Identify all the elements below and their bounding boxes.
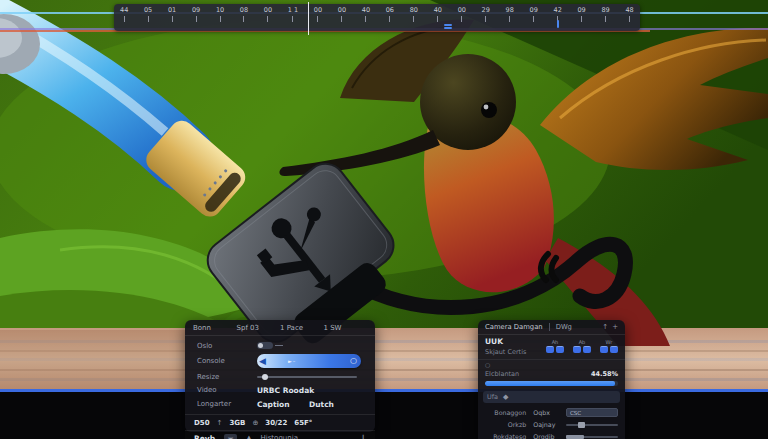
ruler-tick-label: 48 (625, 7, 633, 14)
ruler-tick-mark (196, 16, 197, 22)
slider-ring-icon[interactable]: ○ (350, 357, 357, 365)
row-label: Orkzb (485, 421, 526, 428)
right-panel-header: Camera Damgan DWg ↑ + (478, 320, 625, 335)
ruler-tick-label: 42 (554, 7, 562, 14)
ufa-label: Ufa (487, 393, 498, 401)
ruler-tick: 00 (458, 7, 466, 22)
pair-button-group[interactable]: Ah (546, 340, 564, 353)
video-row: Video URBC Roodak (185, 383, 375, 397)
up-arrow-icon[interactable]: ↑ (602, 323, 608, 331)
ruler-tick: 09 (577, 7, 585, 22)
ruler-tick-label: 09 (530, 7, 538, 14)
ruler-tick-mark (292, 16, 293, 22)
footer-value[interactable]: Histogunia (261, 434, 298, 439)
pair-buttons-icon[interactable] (573, 346, 591, 353)
pair-buttons-icon[interactable] (600, 346, 618, 353)
playhead[interactable] (308, 2, 309, 35)
ruler-tick-mark (124, 16, 125, 22)
language-value-1[interactable]: Caption (257, 400, 309, 409)
timeline-ruler[interactable]: 44 05 01 09 10 (114, 4, 640, 31)
diamond-icon: ◆ (503, 393, 508, 401)
globe-icon[interactable]: ⊕ (252, 419, 258, 427)
resize-slider[interactable] (257, 376, 357, 378)
row-slider[interactable] (566, 436, 618, 438)
ruler-tick: 44 (120, 7, 128, 22)
ruler-tick-mark (629, 16, 630, 22)
ruler-tick: 10 (216, 7, 224, 22)
plus-icon[interactable]: + (612, 323, 618, 331)
video-label: Video (197, 386, 257, 394)
edge-bar-icon: ❙ (360, 434, 366, 439)
resize-slider-knob[interactable] (262, 374, 268, 380)
ruler-tick-mark (148, 16, 149, 22)
video-value[interactable]: URBC Roodak (257, 386, 314, 395)
footer-row: Revb ▣ ▲ Histogunia ❙ (185, 430, 375, 439)
ruler-tick-mark (461, 16, 462, 22)
language-value-2[interactable]: Dutch (309, 400, 361, 409)
image-icon[interactable]: ▣ (224, 434, 237, 439)
row-sublabel: Orgdib (526, 433, 566, 439)
ufa-section-row[interactable]: Ufa ◆ (483, 391, 620, 403)
slider-left-cap-icon[interactable]: ◀ (259, 356, 266, 366)
panel-title: Bonn (193, 324, 237, 332)
pair-buttons-icon[interactable] (546, 346, 564, 353)
row-label: Rokdatesg (485, 433, 526, 439)
language-row: Longarter Caption Dutch (185, 397, 375, 411)
oslo-toggle[interactable] (257, 342, 273, 349)
row-slider-fill (566, 435, 584, 439)
slider-position-icon: ►– (288, 358, 296, 364)
pair-button-group[interactable]: Ab (573, 340, 591, 353)
ruler-tick-mark (220, 16, 221, 22)
right-control-panel: Camera Damgan DWg ↑ + UUK Skjaut Certis … (478, 320, 625, 439)
ruler-tick-mark (605, 16, 606, 22)
ruler-tick-mark (509, 16, 510, 22)
ruler-tick-label: 40 (362, 7, 370, 14)
row-slider[interactable] (566, 424, 618, 426)
pair-label: Ab (579, 340, 586, 345)
ruler-tick-label: 00 (458, 7, 466, 14)
row-slider-knob[interactable] (578, 422, 585, 428)
pair-label: Wr (606, 340, 613, 345)
ruler-tick: 80 (410, 7, 418, 22)
ruler-tick-mark (437, 16, 438, 22)
triangle-icon[interactable]: ▲ (246, 434, 251, 439)
header-col: Spf 03 (237, 324, 281, 332)
ruler-tick-label: 29 (482, 7, 490, 14)
circle-icon[interactable]: ○ (485, 361, 490, 369)
panel-subtitle[interactable]: DWg (556, 323, 572, 331)
header-col: 1 SW (324, 324, 368, 332)
ruler-tick: 01 (168, 7, 176, 22)
meta-temp[interactable]: 65F° (294, 419, 312, 427)
ruler-tick-label: 10 (216, 7, 224, 14)
up-arrow-icon[interactable]: ↑ (217, 419, 223, 427)
row-dropdown[interactable]: CSC (566, 408, 618, 417)
meta-d50[interactable]: D50 (194, 419, 210, 427)
ruler-tick-label: 09 (192, 7, 200, 14)
meta-3gb[interactable]: 3GB (229, 419, 245, 427)
progress-bar-fill (485, 381, 615, 386)
resize-row: Resize (185, 370, 375, 383)
ruler-tick-mark (317, 16, 318, 22)
timeline-marker[interactable] (444, 24, 452, 26)
console-label: Console (197, 357, 257, 365)
progress-bar[interactable] (485, 381, 618, 386)
meta-ratio[interactable]: 30/22 (265, 419, 287, 427)
ruler-tick: 00 (338, 7, 346, 22)
ruler-tick: 09 (192, 7, 200, 22)
timeline-marker[interactable] (557, 20, 559, 28)
row-label: Bonaggon (485, 409, 526, 416)
ruler-tick: 09 (530, 7, 538, 22)
ruler-tick-label: 00 (314, 7, 322, 14)
table-row: Rokdatesg Orgdib (485, 432, 618, 439)
console-slider[interactable]: ◀ ►– ○ (257, 354, 361, 368)
ruler-tick-label: 00 (338, 7, 346, 14)
ruler-tick: 40 (434, 7, 442, 22)
footer-label[interactable]: Revb (194, 434, 215, 439)
ruler-tick: 48 (625, 7, 633, 22)
ruler-tick-mark (172, 16, 173, 22)
source-label: UUK (485, 337, 526, 346)
table-row: Bonaggon Oqbx CSC (485, 408, 618, 417)
pair-button-group[interactable]: Wr (600, 340, 618, 353)
ruler-tick-mark (365, 16, 366, 22)
progress-value: 44.58% (591, 370, 618, 378)
